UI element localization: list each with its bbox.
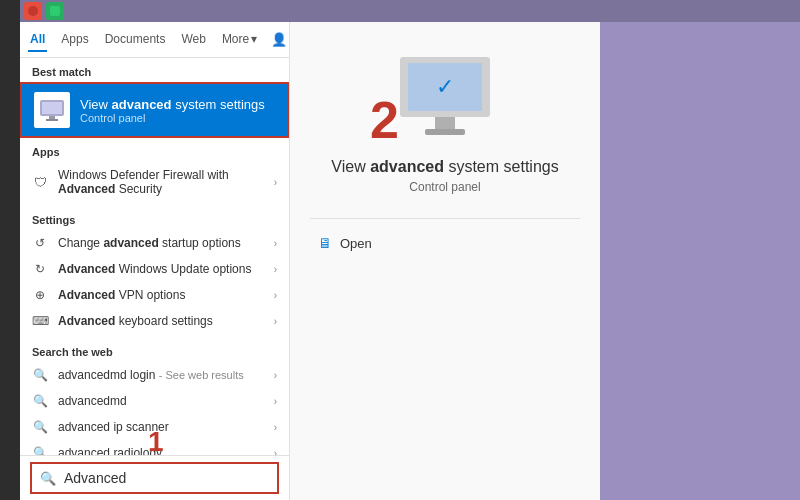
settings-update-text: Advanced Windows Update options <box>58 262 264 276</box>
desktop: All Apps Documents Web More ▾ 👤 ••• <box>0 0 800 500</box>
chevron-down-icon: ▾ <box>251 32 257 46</box>
settings-item-keyboard[interactable]: ⌨ Advanced keyboard settings › <box>20 308 289 334</box>
see-results-1: - See web results <box>159 369 244 381</box>
monitor-stand <box>435 117 455 129</box>
arrow-right-icon-2: › <box>274 238 277 249</box>
search-box-icon: 🔍 <box>40 471 56 486</box>
right-title: View advanced system settings <box>331 158 558 176</box>
web-text-4: advanced radiology <box>58 446 264 455</box>
right-icon-area: ✓ <box>385 52 505 142</box>
best-match-item[interactable]: View advanced system settings Control pa… <box>20 82 289 138</box>
search-input[interactable] <box>64 470 269 486</box>
web-item-4[interactable]: 🔍 advanced radiology › <box>20 440 289 455</box>
arrow-right-icon-6: › <box>274 370 277 381</box>
start-menu: All Apps Documents Web More ▾ 👤 ••• <box>20 22 600 500</box>
computer-illustration: ✓ <box>390 57 500 137</box>
best-match-title: View advanced system settings <box>80 97 275 112</box>
arrow-right-icon: › <box>274 177 277 188</box>
search-icon-3: 🔍 <box>32 419 48 435</box>
tabs-row: All Apps Documents Web More ▾ 👤 ••• <box>20 22 289 58</box>
svg-rect-4 <box>49 116 55 119</box>
web-text-3: advanced ip scanner <box>58 420 264 434</box>
apps-item-text: Windows Defender Firewall with Advanced … <box>58 168 264 196</box>
search-icon-1: 🔍 <box>32 367 48 383</box>
tab-documents[interactable]: Documents <box>103 28 168 52</box>
arrow-right-icon-3: › <box>274 264 277 275</box>
tab-more[interactable]: More ▾ <box>220 28 259 52</box>
best-match-label: Best match <box>20 58 289 82</box>
left-content: Best match View adva <box>20 58 289 455</box>
monitor-screen: ✓ <box>408 63 482 111</box>
app-icon-1[interactable] <box>24 2 42 20</box>
monitor-base <box>425 129 465 135</box>
right-divider <box>310 218 580 219</box>
arrow-right-icon-7: › <box>274 396 277 407</box>
open-icon: 🖥 <box>318 235 332 251</box>
right-subtitle: Control panel <box>409 180 480 194</box>
svg-point-0 <box>28 6 38 16</box>
person-icon: 👤 <box>271 32 287 47</box>
settings-vpn-text: Advanced VPN options <box>58 288 264 302</box>
update-icon: ↻ <box>32 261 48 277</box>
taskbar-left <box>0 0 20 500</box>
settings-item-vpn[interactable]: ⊕ Advanced VPN options › <box>20 282 289 308</box>
search-box-wrapper: 🔍 <box>20 455 289 500</box>
svg-rect-3 <box>42 102 62 114</box>
startup-icon: ↺ <box>32 235 48 251</box>
monitor: ✓ <box>400 57 490 117</box>
arrow-right-icon-5: › <box>274 316 277 327</box>
search-icon-2: 🔍 <box>32 393 48 409</box>
shield-icon: 🛡 <box>32 174 48 190</box>
left-panel: All Apps Documents Web More ▾ 👤 ••• <box>20 22 290 500</box>
settings-item-update[interactable]: ↻ Advanced Windows Update options › <box>20 256 289 282</box>
web-item-1[interactable]: 🔍 advancedmd login - See web results › <box>20 362 289 388</box>
web-text-2: advancedmd <box>58 394 264 408</box>
svg-rect-1 <box>50 6 60 16</box>
web-section-label: Search the web <box>20 338 289 362</box>
right-panel: ✓ View advanced system settings Control … <box>290 22 600 500</box>
settings-startup-text: Change advanced startup options <box>58 236 264 250</box>
tab-web[interactable]: Web <box>179 28 207 52</box>
settings-section-label: Settings <box>20 206 289 230</box>
app-icon-2[interactable] <box>46 2 64 20</box>
apps-section-label: Apps <box>20 138 289 162</box>
settings-item-startup[interactable]: ↺ Change advanced startup options › <box>20 230 289 256</box>
vpn-icon: ⊕ <box>32 287 48 303</box>
web-text-1: advancedmd login - See web results <box>58 368 264 382</box>
web-item-2[interactable]: 🔍 advancedmd › <box>20 388 289 414</box>
arrow-right-icon-4: › <box>274 290 277 301</box>
best-match-text: View advanced system settings Control pa… <box>80 97 275 124</box>
tab-all[interactable]: All <box>28 28 47 52</box>
search-icon-4: 🔍 <box>32 445 48 455</box>
checkmark-icon: ✓ <box>436 74 454 100</box>
web-item-3[interactable]: 🔍 advanced ip scanner › <box>20 414 289 440</box>
best-match-app-icon <box>34 92 70 128</box>
top-icons-bar <box>20 0 800 22</box>
keyboard-icon: ⌨ <box>32 313 48 329</box>
search-box-container: 🔍 <box>30 462 279 494</box>
svg-rect-5 <box>46 119 58 121</box>
arrow-right-icon-8: › <box>274 422 277 433</box>
tab-apps[interactable]: Apps <box>59 28 90 52</box>
apps-item-firewall[interactable]: 🛡 Windows Defender Firewall with Advance… <box>20 162 289 202</box>
open-button[interactable]: 🖥 Open <box>310 231 380 255</box>
arrow-right-icon-9: › <box>274 448 277 456</box>
open-label: Open <box>340 236 372 251</box>
settings-keyboard-text: Advanced keyboard settings <box>58 314 264 328</box>
best-match-subtitle: Control panel <box>80 112 275 124</box>
